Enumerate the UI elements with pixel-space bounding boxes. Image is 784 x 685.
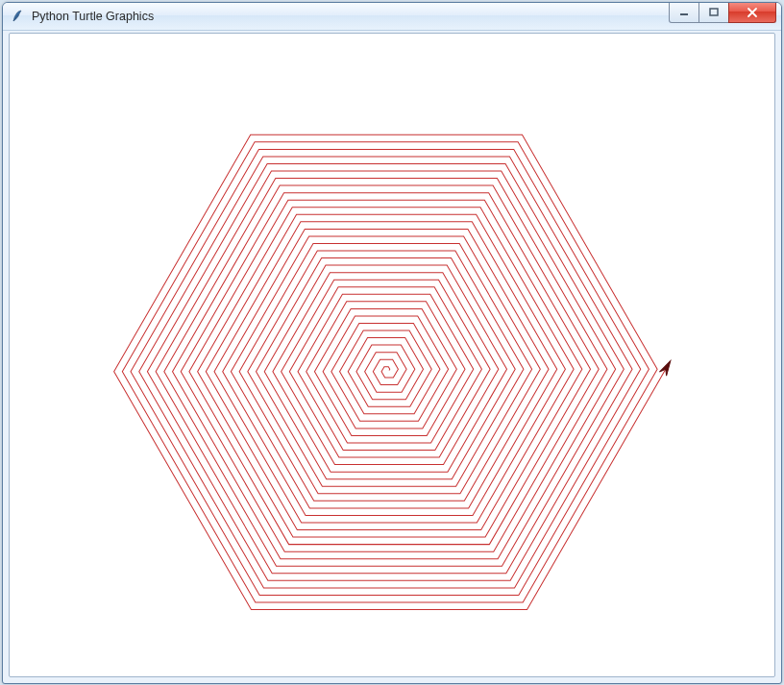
- window-controls: [670, 3, 781, 30]
- turtle-canvas: [9, 33, 775, 677]
- turtle-drawing: [10, 34, 774, 676]
- hexagon-spiral-path: [114, 135, 666, 609]
- turtle-cursor-icon: [659, 361, 670, 377]
- python-feather-icon: [11, 9, 26, 24]
- minimize-button[interactable]: [669, 3, 699, 23]
- window-title: Python Turtle Graphics: [32, 10, 670, 23]
- titlebar[interactable]: Python Turtle Graphics: [3, 3, 781, 31]
- svg-rect-1: [710, 9, 718, 15]
- maximize-button[interactable]: [698, 3, 729, 23]
- svg-rect-0: [680, 13, 688, 15]
- app-window: Python Turtle Graphics: [2, 2, 782, 684]
- close-button[interactable]: [728, 3, 776, 23]
